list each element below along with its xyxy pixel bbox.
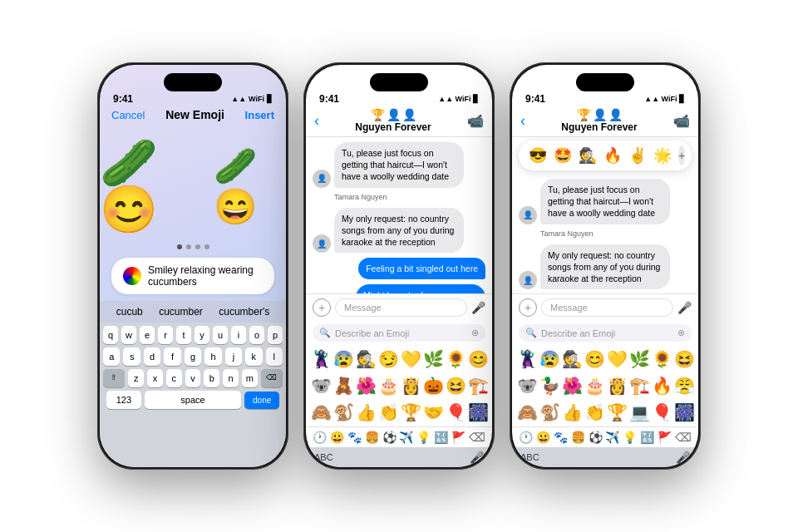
emoji-cell-3[interactable]: 🦹 [517,347,538,372]
reaction-emoji-2[interactable]: 🤩 [554,146,572,165]
cat-objects-icon[interactable]: 💡 [416,431,431,444]
emoji-cell[interactable]: 🦹 [311,347,332,372]
cat-travel-icon[interactable]: ✈️ [399,431,413,444]
emoji-cell[interactable]: 💛 [401,347,421,372]
emoji-cell-3[interactable]: 🏆 [607,400,628,425]
emoji-cell[interactable]: 🏗️ [468,373,489,398]
autocomplete-cucumbers[interactable]: cucumber's [212,304,276,319]
key-d[interactable]: d [144,347,160,366]
emoji-cell-3[interactable]: 🦆 [539,373,560,398]
emoji-cell[interactable]: 🌺 [356,373,377,398]
reaction-emoji-6[interactable]: 🌟 [653,146,672,165]
emoji-cell-3[interactable]: 🏗️ [629,373,650,398]
mic-icon-3[interactable]: 🎤 [676,451,690,464]
emoji-cell-3[interactable]: 🙈 [517,400,538,425]
emoji-cell[interactable]: 😏 [378,347,399,372]
emoji-search-placeholder-3[interactable]: Describe an Emoji [541,328,673,338]
emoji-cell-3[interactable]: 😤 [674,373,695,398]
mic-icon-2[interactable]: 🎤 [470,451,484,464]
emoji-cell-3[interactable]: 🐒 [539,400,560,425]
key-m[interactable]: m [242,369,258,387]
cat-food-icon-3[interactable]: 🍔 [571,431,585,444]
delete-emoji-icon[interactable]: ⌫ [469,431,485,444]
key-b[interactable]: b [204,369,219,387]
emoji-cell[interactable]: 🧸 [333,373,354,398]
key-c[interactable]: c [166,369,182,387]
emoji-cell[interactable]: 🎂 [378,373,399,398]
key-f[interactable]: f [164,347,180,366]
cat-flags-icon[interactable]: 🚩 [451,431,466,444]
emoji-description-bar[interactable]: Smiley relaxing wearing cucumbers [111,258,274,294]
key-g[interactable]: g [185,347,201,366]
key-space[interactable]: space [145,391,242,409]
cat-symbols-icon-3[interactable]: 🔣 [640,431,654,444]
emoji-cell-3[interactable]: 👸 [607,373,628,398]
emoji-cell-3[interactable]: 😰 [539,347,560,372]
delete-emoji-icon-3[interactable]: ⌫ [675,431,692,444]
video-button-3[interactable]: 📹 [673,113,690,129]
key-z[interactable]: z [128,369,144,387]
autocomplete-cucub[interactable]: cucub [110,304,150,319]
key-i[interactable]: i [231,326,246,344]
cat-symbols-icon[interactable]: 🔣 [434,431,448,444]
emoji-cell[interactable]: 🏆 [401,400,421,425]
key-r[interactable]: r [158,326,173,344]
emoji-cell-3[interactable]: 🐨 [517,373,538,398]
key-n[interactable]: n [223,369,239,387]
reaction-emoji-3[interactable]: 🕵️ [579,146,597,165]
emoji-cell[interactable]: 😰 [333,347,354,372]
key-w[interactable]: w [121,326,136,344]
cat-animal-icon[interactable]: 🐾 [347,431,362,444]
key-u[interactable]: u [213,326,228,344]
key-t[interactable]: t [176,326,191,344]
cat-animal-icon-3[interactable]: 🐾 [554,431,568,444]
emoji-cell[interactable]: 👏 [378,400,399,425]
emoji-cell[interactable]: 🙈 [311,400,332,425]
mic-button-2[interactable]: 🎤 [471,301,485,314]
cat-activity-icon[interactable]: ⚽ [382,431,397,444]
cat-smile-icon[interactable]: 😀 [330,431,344,444]
key-delete[interactable]: ⌫ [261,369,283,387]
key-e[interactable]: e [140,326,155,344]
emoji-cell[interactable]: 🎆 [468,400,489,425]
emoji-cell-3[interactable]: 🌻 [652,347,672,372]
emoji-cell[interactable]: 🎈 [446,400,466,425]
video-button-2[interactable]: 📹 [467,113,484,129]
key-s[interactable]: s [123,347,140,366]
emoji-cell-3[interactable]: 💻 [629,400,650,425]
key-p[interactable]: p [268,326,283,344]
emoji-cell-3[interactable]: 🎂 [584,373,605,398]
emoji-cell[interactable]: 🤝 [423,400,444,425]
message-input-2[interactable]: Message [335,298,467,317]
cat-smile-icon-3[interactable]: 😀 [536,431,550,444]
key-y[interactable]: y [195,326,209,344]
cat-clock-icon-3[interactable]: 🕐 [519,431,533,444]
group-name-3[interactable]: Nguyen Forever [525,121,673,133]
cat-food-icon[interactable]: 🍔 [365,431,379,444]
key-v[interactable]: v [185,369,201,387]
key-l[interactable]: l [266,347,283,366]
emoji-cell-3[interactable]: 👏 [584,400,605,425]
key-q[interactable]: q [103,326,118,344]
key-h[interactable]: h [204,347,221,366]
emoji-cell-3[interactable]: 🌺 [562,373,583,398]
mic-button-3[interactable]: 🎤 [677,301,692,314]
key-o[interactable]: o [249,326,264,344]
emoji-cell[interactable]: 🎃 [423,373,444,398]
emoji-search-placeholder-2[interactable]: Describe an Emoji [335,328,467,338]
emoji-cell[interactable]: 🐒 [333,400,354,425]
abc-label-3[interactable]: ABC [520,452,539,462]
key-a[interactable]: a [103,347,120,366]
emoji-cell-3[interactable]: 👍 [562,400,583,425]
emoji-cell-3[interactable]: 😆 [674,347,695,372]
key-k[interactable]: k [245,347,262,366]
plus-button-3[interactable]: + [519,298,537,317]
key-x[interactable]: x [147,369,163,387]
emoji-cell-3[interactable]: 🎆 [674,400,695,425]
emoji-cell[interactable]: 👍 [356,400,377,425]
cancel-button[interactable]: Cancel [111,109,145,121]
emoji-search-bar-2[interactable]: 🔍 Describe an Emoji ⊕ [313,324,485,342]
message-input-3[interactable]: Message [541,298,673,317]
cat-activity-icon-3[interactable]: ⚽ [589,431,603,444]
reaction-emoji-1[interactable]: 😎 [529,146,547,165]
